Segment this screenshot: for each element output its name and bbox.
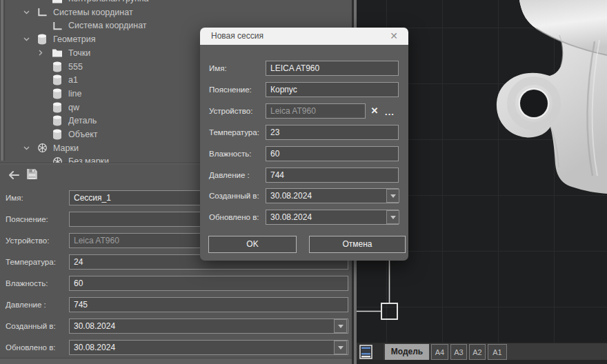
cylinder-icon bbox=[51, 102, 63, 113]
tree-item-label: a1 bbox=[68, 75, 78, 85]
folder-icon bbox=[51, 0, 63, 3]
axes-icon bbox=[36, 7, 48, 17]
cylinder-icon bbox=[51, 61, 63, 72]
session-device-label: Устройство: bbox=[6, 233, 49, 248]
dialog-temperature-input[interactable] bbox=[266, 125, 399, 140]
dialog-temperature-row: Температура: bbox=[200, 125, 408, 140]
dialog-note-input[interactable] bbox=[266, 82, 399, 97]
session-pressure-row: Давление : bbox=[0, 297, 352, 312]
dialog-created-label: Созданный в: bbox=[209, 188, 259, 203]
tree-item-label: Системы координат bbox=[53, 8, 133, 17]
chevron-down-icon[interactable] bbox=[23, 10, 36, 14]
chevron-down-icon[interactable] bbox=[23, 37, 36, 41]
sheet-tab-bar: МодельA4A3A2A1 bbox=[357, 343, 607, 360]
dialog-created-row: Созданный в: bbox=[200, 188, 408, 203]
sheet-tab-a4[interactable]: A4 bbox=[431, 344, 448, 360]
model-hole bbox=[520, 90, 548, 117]
session-created-input[interactable] bbox=[69, 318, 348, 334]
session-pressure-input[interactable] bbox=[69, 297, 348, 312]
cylinder-icon bbox=[36, 34, 48, 45]
dialog-device-label: Устройство: bbox=[209, 103, 252, 119]
session-updated-row: Обновлено в: bbox=[0, 340, 352, 355]
chevron-right-icon[interactable] bbox=[39, 50, 51, 56]
tree-item-label: Без марки bbox=[68, 156, 109, 163]
dialog-device-clear-button[interactable]: ✕ bbox=[368, 103, 381, 119]
dialog-title: Новая сессия bbox=[211, 28, 263, 45]
sheet-list-button[interactable] bbox=[357, 343, 384, 361]
cylinder-icon bbox=[51, 74, 63, 85]
session-created-label: Созданный в: bbox=[6, 318, 56, 334]
dialog-humidity-label: Влажность: bbox=[209, 146, 251, 161]
dialog-humidity-input[interactable] bbox=[266, 146, 399, 161]
sheet-tab-a3[interactable]: A3 bbox=[450, 344, 467, 360]
tree-item-label: Контрольная группа bbox=[68, 0, 149, 3]
tree-item-coord-systems[interactable]: Системы координат bbox=[0, 6, 352, 19]
tree-item-label: Марки bbox=[53, 143, 79, 153]
session-created-row: Созданный в: bbox=[0, 318, 352, 334]
dialog-pressure-label: Давление : bbox=[209, 168, 250, 183]
save-floppy-icon[interactable] bbox=[26, 168, 39, 181]
session-updated-input[interactable] bbox=[69, 340, 348, 355]
dialog-name-row: Имя: bbox=[200, 61, 408, 76]
tree-item-label: Система координат bbox=[68, 21, 147, 30]
dialog-updated-dropdown-button[interactable] bbox=[386, 210, 399, 224]
dialog-pressure-row: Давление : bbox=[200, 168, 408, 183]
folder-icon bbox=[51, 48, 63, 57]
sheet-tab-model[interactable]: Модель bbox=[385, 344, 429, 360]
session-note-label: Пояснение: bbox=[6, 212, 48, 227]
tree-item-label: 555 bbox=[68, 62, 83, 72]
panel-footer bbox=[0, 358, 352, 364]
dialog-device-input[interactable] bbox=[266, 103, 366, 119]
dialog-device-browse-button[interactable]: ... bbox=[382, 103, 397, 119]
cancel-button[interactable]: Отмена bbox=[309, 236, 406, 253]
tree-item-label: Точки bbox=[68, 48, 90, 58]
dialog-pressure-input[interactable] bbox=[266, 168, 399, 183]
session-updated-dropdown-button[interactable] bbox=[334, 341, 347, 354]
dialog-device-row: Устройство:✕... bbox=[200, 103, 408, 119]
tree-item-label: Деталь bbox=[68, 116, 97, 125]
cylinder-icon bbox=[51, 115, 63, 126]
session-humidity-row: Влажность: bbox=[0, 276, 352, 291]
session-updated-label: Обновлено в: bbox=[6, 340, 55, 355]
dialog-updated-label: Обновлено в: bbox=[209, 210, 259, 225]
dialog-note-row: Пояснение: bbox=[200, 82, 408, 97]
session-temperature-label: Температура: bbox=[6, 254, 56, 270]
wheel-icon bbox=[51, 156, 63, 163]
cylinder-icon bbox=[51, 129, 63, 140]
session-name-label: Имя: bbox=[6, 190, 23, 205]
dialog-titlebar[interactable]: Новая сессия ✕ bbox=[200, 28, 408, 45]
bottom-strip bbox=[357, 360, 607, 364]
sheet-tab-a2[interactable]: A2 bbox=[469, 344, 486, 360]
axes-icon bbox=[51, 21, 63, 31]
tree-item-label: Геометрия bbox=[53, 34, 95, 44]
dialog-temperature-label: Температура: bbox=[209, 125, 259, 140]
sheet-tab-a1[interactable]: A1 bbox=[488, 344, 507, 360]
tree-item-label: line bbox=[68, 89, 81, 99]
dialog-updated-row: Обновлено в: bbox=[200, 210, 408, 225]
tree-item-label: Объект bbox=[68, 130, 98, 139]
dialog-name-input[interactable] bbox=[266, 61, 399, 76]
chevron-down-icon[interactable] bbox=[23, 146, 36, 150]
new-session-dialog: Новая сессия ✕ Имя:Пояснение:Устройство:… bbox=[200, 28, 408, 261]
close-icon[interactable]: ✕ bbox=[388, 29, 400, 43]
app-window: Контрольная группаСистемы координатСисте… bbox=[0, 0, 607, 364]
dialog-note-label: Пояснение: bbox=[209, 82, 252, 97]
session-pressure-label: Давление : bbox=[6, 297, 46, 312]
dialog-humidity-row: Влажность: bbox=[200, 146, 408, 161]
back-arrow-icon[interactable] bbox=[7, 170, 21, 181]
dialog-updated-input[interactable] bbox=[266, 210, 399, 225]
dialog-created-dropdown-button[interactable] bbox=[386, 189, 399, 203]
tree-item-label: qw bbox=[68, 103, 79, 112]
session-humidity-label: Влажность: bbox=[6, 276, 48, 291]
dialog-name-label: Имя: bbox=[209, 61, 227, 76]
wheel-icon bbox=[36, 143, 48, 153]
dialog-created-input[interactable] bbox=[266, 188, 399, 203]
cylinder-icon bbox=[51, 88, 63, 99]
origin-marker-square[interactable] bbox=[381, 303, 397, 319]
sheet-list-icon bbox=[359, 345, 372, 359]
session-created-dropdown-button[interactable] bbox=[334, 319, 347, 333]
model-housing[interactable] bbox=[497, 0, 607, 194]
session-humidity-input[interactable] bbox=[69, 276, 348, 291]
ok-button[interactable]: OK bbox=[208, 236, 297, 253]
